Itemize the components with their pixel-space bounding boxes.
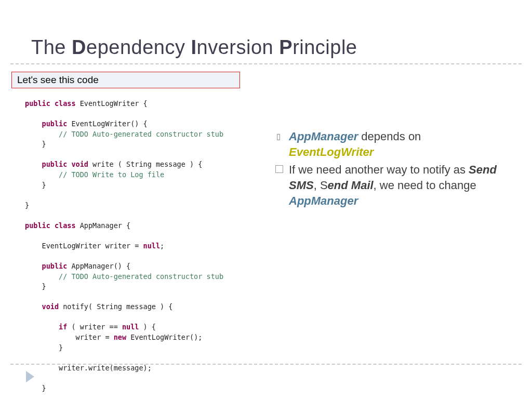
code-text: ; (160, 242, 164, 250)
bullet-item: ▯ AppManager depends on EventLogWriter (275, 129, 504, 159)
code-kw: null (122, 323, 139, 331)
code-kw: public class (25, 99, 76, 108)
title-b2: I (191, 36, 197, 58)
title-b3: P (279, 36, 292, 58)
divider-top (10, 63, 522, 64)
code-text: } (42, 282, 46, 290)
em-steel: AppManager (289, 130, 358, 143)
code-text: EventLogWriter() { (67, 119, 147, 128)
code-text: writer.write(message); (59, 364, 152, 372)
em-steel: AppManager (289, 194, 358, 207)
subtitle-text: Let's see this code (17, 74, 99, 85)
code-kw: if (59, 323, 67, 331)
subtitle-box: Let's see this code (11, 72, 240, 88)
code-text: write ( String message ) { (88, 160, 202, 168)
title-post: rinciple (292, 36, 357, 58)
code-block: public class EventLogWriter { public Eve… (25, 99, 223, 399)
code-text: AppManager() { (67, 262, 130, 270)
bullet-text: AppManager depends on EventLogWriter (289, 129, 504, 159)
page-title: The Dependency Inversion Principle (31, 36, 357, 59)
code-text: } (59, 343, 63, 352)
text: If we need another way to notify as (289, 163, 469, 176)
title-pre1: The (31, 36, 72, 58)
play-icon (26, 371, 34, 382)
code-text: EventLogWriter(); (126, 333, 202, 341)
code-kw: public class (25, 221, 76, 230)
code-comment: // TODO Write to Log file (59, 170, 164, 179)
code-text: } (42, 181, 46, 189)
code-kw: null (143, 242, 161, 250)
code-text: ( writer == (67, 323, 122, 331)
code-kw: public (42, 262, 68, 270)
code-text: writer = (76, 333, 114, 341)
code-text: EventLogWriter writer = (42, 242, 143, 250)
code-text: notify( String message ) { (59, 302, 172, 311)
text: , we need to change (374, 179, 476, 192)
code-text: } (25, 201, 29, 209)
code-text: EventLogWriter { (76, 99, 148, 108)
code-comment: // TODO Auto-generated constructor stub (59, 272, 223, 281)
title-mid2: nversion (197, 36, 280, 58)
code-text: AppManager { (76, 221, 131, 230)
code-kw: public (42, 119, 68, 128)
bullet-marker-icon (275, 162, 289, 177)
code-text: } (42, 384, 46, 392)
bullet-item: If we need another way to notify as Send… (275, 162, 504, 208)
slide: The Dependency Inversion Principle Let's… (0, 0, 532, 399)
title-mid1: ependency (86, 36, 191, 58)
code-text: } (42, 140, 46, 148)
divider-bottom (10, 364, 522, 365)
title-b1: D (72, 36, 86, 58)
bullet-marker-icon: ▯ (275, 129, 289, 143)
bullet-text: If we need another way to notify as Send… (289, 162, 504, 208)
text: , S (314, 179, 328, 192)
text: depends on (358, 130, 421, 143)
code-comment: // TODO Auto-generated constructor stub (59, 130, 223, 138)
em-yellow: EventLogWriter (289, 145, 374, 158)
bullet-list: ▯ AppManager depends on EventLogWriter I… (275, 129, 504, 211)
code-kw: public void (42, 160, 88, 168)
code-kw: void (42, 302, 59, 311)
code-kw: new (114, 333, 126, 341)
code-text: ) { (139, 323, 156, 331)
em-bold: end Mail (328, 179, 374, 192)
